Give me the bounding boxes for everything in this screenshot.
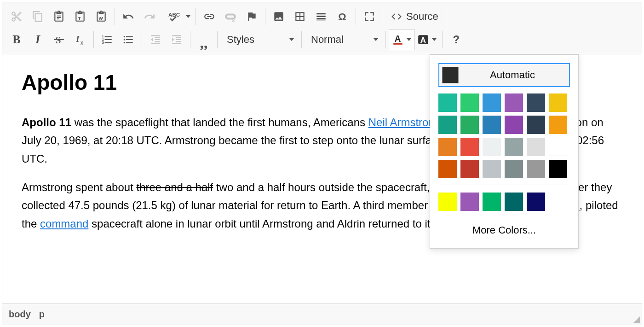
color-swatch[interactable]	[438, 116, 457, 134]
color-swatch[interactable]	[505, 93, 523, 112]
bold-button[interactable]: B	[6, 29, 27, 50]
numbered-list-button[interactable]	[97, 29, 118, 50]
svg-text:x: x	[80, 40, 83, 46]
color-swatch[interactable]	[438, 138, 457, 156]
editor-content[interactable]: Apollo 11 Apollo 11 was the spaceflight …	[2, 54, 642, 304]
svg-text:I: I	[75, 35, 80, 44]
svg-text:T: T	[78, 16, 81, 21]
color-swatch[interactable]	[460, 138, 479, 156]
link-button[interactable]	[199, 6, 220, 27]
styles-combo[interactable]: Styles	[220, 31, 299, 48]
recent-color-swatch[interactable]	[483, 193, 501, 211]
color-swatch[interactable]	[483, 93, 501, 112]
strike-button[interactable]: S	[48, 29, 69, 50]
status-bar: body p	[2, 304, 642, 325]
spellcheck-button[interactable]: ABC	[166, 6, 193, 27]
caret-icon	[374, 38, 378, 41]
color-swatch[interactable]	[460, 93, 479, 112]
recent-colors	[438, 193, 570, 211]
automatic-color-button[interactable]: Automatic	[438, 63, 570, 87]
text-color-button[interactable]: A	[389, 29, 414, 50]
svg-text:?: ?	[453, 34, 460, 46]
svg-text:A: A	[420, 35, 426, 45]
format-label: Normal	[311, 34, 344, 46]
source-label: Source	[406, 11, 438, 23]
indent-button[interactable]	[166, 29, 187, 50]
table-button[interactable]	[289, 6, 310, 27]
maximize-button[interactable]	[359, 6, 380, 27]
bg-color-icon: A	[417, 34, 429, 46]
automatic-label: Automatic	[459, 67, 566, 83]
color-swatch[interactable]	[483, 116, 501, 134]
color-swatch[interactable]	[483, 138, 501, 156]
color-swatch[interactable]	[460, 160, 479, 178]
svg-text:A: A	[394, 34, 401, 44]
undo-button[interactable]	[118, 6, 139, 27]
remove-format-button[interactable]: Ix	[69, 29, 91, 50]
recent-color-swatch[interactable]	[527, 193, 545, 211]
svg-text:Ω: Ω	[338, 11, 346, 23]
color-swatch[interactable]	[505, 160, 523, 178]
resize-grip[interactable]	[633, 316, 640, 323]
color-swatch[interactable]	[438, 160, 457, 178]
divider	[438, 185, 570, 185]
image-button[interactable]	[268, 6, 289, 27]
path-body[interactable]: body	[9, 309, 31, 320]
bg-color-button[interactable]: A	[414, 29, 439, 50]
paste-word-button[interactable]: W	[91, 6, 112, 27]
caret-icon	[289, 38, 294, 41]
color-swatch[interactable]	[438, 93, 457, 112]
text-color-icon: A	[392, 34, 404, 46]
anchor-button[interactable]	[241, 6, 262, 27]
svg-text:W: W	[99, 16, 104, 21]
bullet-list-button[interactable]	[118, 29, 139, 50]
path-p[interactable]: p	[39, 309, 45, 320]
color-swatch[interactable]	[549, 160, 567, 178]
color-swatch[interactable]	[527, 160, 545, 178]
color-swatch[interactable]	[549, 116, 567, 134]
outdent-button[interactable]	[145, 29, 166, 50]
toolbar-row-1: T W ABC Ω Source	[6, 5, 638, 28]
copy-button[interactable]	[27, 6, 48, 27]
paste-button[interactable]	[48, 6, 69, 27]
redo-button[interactable]	[139, 6, 160, 27]
format-combo[interactable]: Normal	[305, 31, 383, 48]
source-icon	[391, 11, 402, 23]
special-char-button[interactable]: Ω	[332, 6, 353, 27]
color-swatch[interactable]	[483, 160, 501, 178]
unlink-button[interactable]	[220, 6, 241, 27]
color-swatch[interactable]	[505, 138, 523, 156]
recent-color-swatch[interactable]	[460, 193, 479, 211]
color-swatch[interactable]	[527, 116, 545, 134]
color-swatch[interactable]	[549, 93, 567, 112]
horizontal-rule-button[interactable]	[310, 6, 332, 27]
caret-icon	[432, 38, 437, 41]
color-grid	[438, 93, 570, 178]
blockquote-button[interactable]: ,,	[193, 29, 214, 50]
svg-rect-9	[393, 43, 402, 45]
paste-text-button[interactable]: T	[69, 6, 91, 27]
toolbar: T W ABC Ω Source B	[2, 2, 642, 54]
caret-icon	[407, 38, 411, 41]
cut-button[interactable]	[6, 6, 27, 27]
recent-color-swatch[interactable]	[505, 193, 523, 211]
color-swatch[interactable]	[460, 116, 479, 134]
rich-text-editor: T W ABC Ω Source B	[2, 2, 642, 325]
about-button[interactable]: ?	[445, 29, 466, 50]
svg-text:ABC: ABC	[168, 12, 180, 18]
styles-label: Styles	[227, 34, 254, 46]
source-button[interactable]: Source	[386, 6, 443, 27]
color-picker-panel: Automatic More Colors...	[430, 54, 579, 249]
more-colors-button[interactable]: More Colors...	[438, 219, 570, 239]
toolbar-row-2: B I S Ix ,, Styles Normal A	[6, 28, 638, 51]
link-command[interactable]: command	[40, 217, 88, 230]
italic-button[interactable]: I	[27, 29, 48, 50]
automatic-swatch	[442, 67, 459, 83]
recent-color-swatch[interactable]	[438, 193, 457, 211]
color-swatch[interactable]	[505, 116, 523, 134]
color-swatch[interactable]	[527, 138, 545, 156]
color-swatch[interactable]	[527, 93, 545, 112]
color-swatch[interactable]	[549, 138, 567, 156]
